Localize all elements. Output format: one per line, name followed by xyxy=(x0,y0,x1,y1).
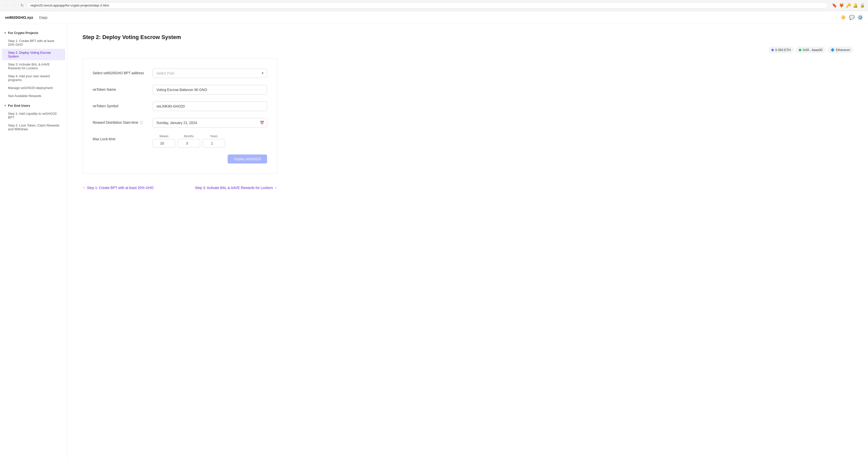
chevron-down-icon: ▼ xyxy=(4,31,6,34)
wallet-bar: 0.393 ETH 0x5f...4aaa30 🔷 Ethereum xyxy=(83,47,853,53)
select-pool-select-wrap: Select Pool ▼ xyxy=(153,68,267,78)
sidebar-item-step2-deploy-voting[interactable]: Step 2: Deploy Voting Escrow System xyxy=(2,49,65,60)
reload-button[interactable]: ↻ xyxy=(19,2,25,8)
vetoken-name-input[interactable] xyxy=(153,85,267,94)
form-row-vetoken-name: veToken Name xyxy=(93,85,267,94)
form-label-vetoken-symbol: veToken Symbol xyxy=(93,102,148,108)
forward-button[interactable]: › xyxy=(11,2,17,8)
wallet-address: 0x5f...4aaa30 xyxy=(803,48,823,52)
form-label-vetoken-name: veToken Name xyxy=(93,85,148,91)
bookmark-icon[interactable]: 🔖 xyxy=(832,3,837,8)
theme-toggle[interactable]: ☀️ xyxy=(840,15,846,20)
sidebar-section-header-crypto[interactable]: ▼ For Crypto Projects xyxy=(0,29,67,37)
app-logo: ve8020GHO.xyz xyxy=(5,15,33,20)
vpn-icon[interactable]: 🔒 xyxy=(860,3,865,8)
network-name: Ethereum xyxy=(836,48,850,52)
wallet-dot xyxy=(799,49,801,51)
url-bar[interactable]: vegho20.vercel.app/app/for-crypto-projec… xyxy=(27,2,828,8)
wallet-address-badge[interactable]: 0x5f...4aaa30 xyxy=(796,47,826,53)
form-label-reward-start: Reward Distribition Start-time ⓘ xyxy=(93,118,148,125)
app-header: ve8020GHO.xyz Dapp ☀️ 💬 ⚙️ xyxy=(0,11,868,24)
sidebar-section-label-crypto: For Crypto Projects xyxy=(8,31,38,35)
date-input-wrap: 📅 xyxy=(153,118,267,127)
sidebar-item-see-rewards[interactable]: See Available Rewards xyxy=(2,92,65,100)
url-text: vegho20.vercel.app/app/for-crypto-projec… xyxy=(30,3,109,7)
sidebar-section-for-end-users: ▼ For End Users Step 1: Add Liquidity to… xyxy=(0,102,67,133)
info-icon[interactable]: ⓘ xyxy=(140,120,143,125)
nav-dapp[interactable]: Dapp xyxy=(39,16,48,20)
weeks-input[interactable] xyxy=(153,139,175,147)
eth-balance: 0.393 ETH xyxy=(775,48,791,52)
deploy-button[interactable]: Deploy veGHO20 xyxy=(228,154,267,164)
sidebar-item-add-liquidity[interactable]: Step 1: Add Liquidity to veGHO20 BPT xyxy=(2,110,65,121)
reward-start-date-input[interactable] xyxy=(153,118,267,127)
months-input[interactable] xyxy=(178,139,200,147)
form-label-max-locktime: Max Lock-time xyxy=(93,135,148,141)
weeks-label: Weeks xyxy=(153,135,175,138)
locktime-years-field: Years xyxy=(203,135,225,147)
main-content: Step 2: Deploy Voting Escrow System 0.39… xyxy=(67,24,868,461)
page-title: Step 2: Deploy Voting Escrow System xyxy=(83,34,853,40)
form-row-max-locktime: Max Lock-time Weeks Months Years xyxy=(93,135,267,147)
back-button[interactable]: ‹ xyxy=(3,2,9,8)
form-label-select-pool: Select ve8020GHO BPT address xyxy=(93,68,148,75)
next-nav-link[interactable]: Step 3: Activate BAL & AAVE Rewards for … xyxy=(195,186,277,190)
browser-chrome: ‹ › ↻ vegho20.vercel.app/app/for-crypto-… xyxy=(0,0,868,11)
reward-start-wrap: 📅 xyxy=(153,118,267,127)
vetoken-symbol-wrap xyxy=(153,102,267,111)
form-row-reward-start: Reward Distribition Start-time ⓘ 📅 xyxy=(93,118,267,127)
extension-icon-2[interactable]: 🔑 xyxy=(846,3,851,8)
sidebar: ▼ For Crypto Projects Step 1: Create BPT… xyxy=(0,24,67,461)
sidebar-item-lock-token[interactable]: Step 2: Lock Token, Claim Rewards and Wi… xyxy=(2,121,65,133)
sidebar-item-manage-deployment[interactable]: Manage veGHO20 deployment xyxy=(2,84,65,92)
years-label: Years xyxy=(203,135,225,138)
form-row-select-pool: Select ve8020GHO BPT address Select Pool… xyxy=(93,68,267,78)
select-pool-dropdown[interactable]: Select Pool xyxy=(153,68,267,78)
form-card: Select ve8020GHO BPT address Select Pool… xyxy=(83,58,277,174)
chevron-down-icon-2: ▼ xyxy=(4,104,6,107)
github-icon[interactable]: ⚙️ xyxy=(858,15,863,20)
deploy-btn-wrap: Deploy veGHO20 xyxy=(93,154,267,164)
locktime-wrap-outer: Weeks Months Years xyxy=(153,135,267,147)
sidebar-section-for-crypto: ▼ For Crypto Projects Step 1: Create BPT… xyxy=(0,29,67,100)
locktime-wrap: Weeks Months Years xyxy=(153,135,267,147)
sidebar-item-step4-add-rewards[interactable]: Step 4: Add your own reward programs xyxy=(2,72,65,84)
sidebar-section-header-end-users[interactable]: ▼ For End Users xyxy=(0,102,67,110)
extension-icon-3[interactable]: 🔔 xyxy=(853,3,858,8)
app-body: ▼ For Crypto Projects Step 1: Create BPT… xyxy=(0,24,868,461)
prev-nav-link[interactable]: ← Step 1: Create BPT with at least 20% G… xyxy=(83,186,154,190)
vetoken-name-wrap xyxy=(153,85,267,94)
browser-extensions: 🔖 🦊 🔑 🔔 🔒 xyxy=(832,3,865,8)
eth-dot xyxy=(771,49,774,51)
months-label: Months xyxy=(178,135,200,138)
form-row-vetoken-symbol: veToken Symbol xyxy=(93,102,267,111)
years-input[interactable] xyxy=(203,139,225,147)
extension-icon-1[interactable]: 🦊 xyxy=(839,3,844,8)
network-badge[interactable]: 🔷 Ethereum xyxy=(828,47,853,53)
header-right: ☀️ 💬 ⚙️ xyxy=(840,15,863,20)
locktime-weeks-field: Weeks xyxy=(153,135,175,147)
discord-icon[interactable]: 💬 xyxy=(849,15,855,20)
vetoken-symbol-input[interactable] xyxy=(153,102,267,111)
page-nav-links: ← Step 1: Create BPT with at least 20% G… xyxy=(83,186,277,190)
sidebar-item-step3-activate-rewards[interactable]: Step 3: Activate BAL & AAVE Rewards for … xyxy=(2,60,65,72)
select-pool-wrap: Select Pool ▼ xyxy=(153,68,267,78)
eth-balance-badge[interactable]: 0.393 ETH xyxy=(768,47,794,53)
network-icon: 🔷 xyxy=(831,48,835,52)
sidebar-section-label-end-users: For End Users xyxy=(8,104,30,108)
locktime-months-field: Months xyxy=(178,135,200,147)
sidebar-item-step1-create-bpt[interactable]: Step 1: Create BPT with at least 20% GHO xyxy=(2,37,65,49)
